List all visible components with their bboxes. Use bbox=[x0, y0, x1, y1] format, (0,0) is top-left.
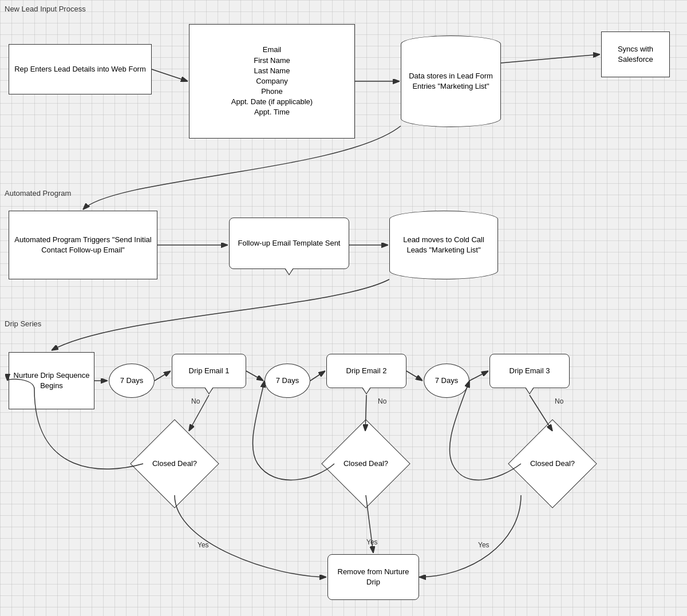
section1-label: New Lead Input Process bbox=[5, 5, 86, 13]
rep-enters-box: Rep Enters Lead Details into Web Form bbox=[9, 44, 152, 94]
svg-line-10 bbox=[406, 371, 423, 381]
canvas: New Lead Input Process Automated Program… bbox=[0, 0, 687, 616]
yes-label-3: Yes bbox=[478, 541, 489, 549]
followup-email-wrap: Follow-up Email Template Sent bbox=[229, 218, 349, 269]
drip-email-1-bubble: Drip Email 1 bbox=[172, 354, 246, 388]
svg-line-3 bbox=[501, 54, 600, 63]
seven-days-1-oval: 7 Days bbox=[109, 364, 155, 398]
drip-email-2-wrap: Drip Email 2 bbox=[326, 354, 406, 388]
nurture-drip-box: Nurture Drip Sequence Begins bbox=[9, 352, 94, 409]
no-label-3: No bbox=[555, 397, 563, 405]
data-stores-cylinder: Data stores in Lead Form Entries "Market… bbox=[401, 35, 501, 127]
closed-deal-2-wrap: Closed Deal? bbox=[334, 432, 397, 495]
followup-email-bubble: Follow-up Email Template Sent bbox=[229, 218, 349, 269]
yes-label-1: Yes bbox=[198, 541, 209, 549]
section3-label: Drip Series bbox=[5, 319, 41, 328]
closed-deal-3-wrap: Closed Deal? bbox=[521, 432, 584, 495]
drip-email-3-bubble: Drip Email 3 bbox=[489, 354, 570, 388]
svg-line-1 bbox=[152, 69, 188, 81]
yes-label-2: Yes bbox=[366, 538, 378, 546]
web-form-fields-box: Email First Name Last Name Company Phone… bbox=[189, 24, 355, 139]
seven-days-3-oval: 7 Days bbox=[424, 364, 469, 398]
drip-email-2-bubble: Drip Email 2 bbox=[326, 354, 406, 388]
svg-line-9 bbox=[310, 371, 325, 381]
section2-label: Automated Program bbox=[5, 189, 71, 198]
svg-line-8 bbox=[246, 371, 263, 381]
syncs-salesforce-box: Syncs with Salesforce bbox=[601, 31, 670, 77]
no-label-1: No bbox=[191, 397, 200, 405]
no-label-2: No bbox=[378, 397, 386, 405]
svg-line-11 bbox=[469, 371, 488, 381]
remove-nurture-box: Remove from Nurture Drip bbox=[327, 554, 419, 600]
lead-moves-cold-cylinder: Lead moves to Cold Call Leads "Marketing… bbox=[389, 211, 498, 279]
auto-program-box: Automated Program Triggers "Send Initial… bbox=[9, 211, 157, 279]
drip-email-1-wrap: Drip Email 1 bbox=[172, 354, 246, 388]
seven-days-2-oval: 7 Days bbox=[264, 364, 310, 398]
closed-deal-1-wrap: Closed Deal? bbox=[143, 432, 206, 495]
drip-email-3-wrap: Drip Email 3 bbox=[489, 354, 570, 388]
svg-line-7 bbox=[155, 371, 171, 381]
